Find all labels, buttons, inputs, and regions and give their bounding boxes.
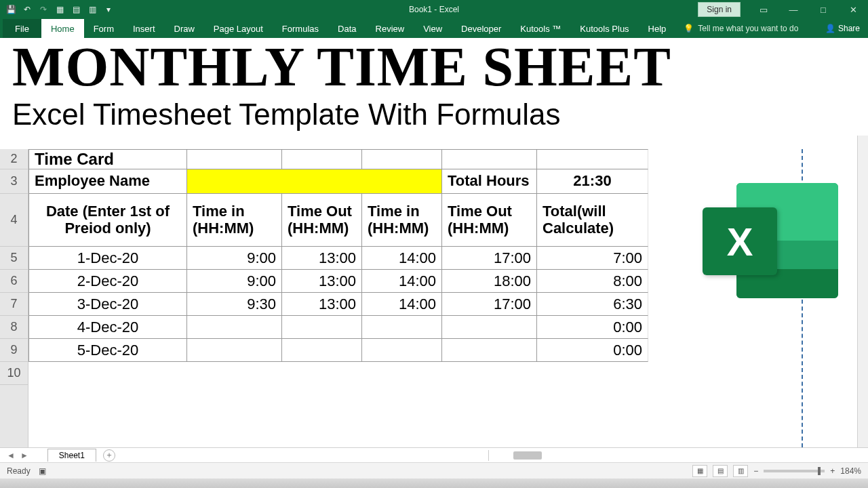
tab-view[interactable]: View [414,19,452,38]
share-button[interactable]: 👤 Share [825,24,860,33]
qat-icon-3[interactable]: ▥ [87,4,98,15]
tab-home[interactable]: Home [41,19,84,38]
cell-total-hours-value[interactable]: 21:30 [537,169,648,194]
tab-review[interactable]: Review [366,19,414,38]
cell-time-in-1[interactable]: 9:00 [187,247,282,270]
sheet-nav-prev-icon[interactable]: ◄ [7,451,15,460]
cell-total[interactable]: 0:00 [537,316,648,339]
tab-kutools-plus[interactable]: Kutools Plus [570,19,638,38]
cell-date[interactable]: 4-Dec-20 [28,316,187,339]
row-header-7[interactable]: 7 [0,293,28,316]
row-header-10[interactable]: 10 [0,362,28,385]
tab-page-layout[interactable]: Page Layout [204,19,273,38]
close-icon[interactable]: ✕ [838,0,868,19]
sheet-tab-1[interactable]: Sheet1 [47,449,96,462]
cell-employee-name-label[interactable]: Employee Name [28,169,187,194]
row-header-4[interactable]: 4 [0,194,28,247]
cell-time-in-2[interactable]: 14:00 [362,247,442,270]
header-time-out-1[interactable]: Time Out (HH:MM) [282,194,362,247]
zoom-in-button[interactable]: + [830,466,835,476]
cell-total[interactable]: 0:00 [537,339,648,362]
header-time-in-2[interactable]: Time in (HH:MM) [362,194,442,247]
cell[interactable] [282,149,362,169]
cell-time-out-1[interactable]: 13:00 [282,247,362,270]
cell-time-out-2[interactable] [442,339,537,362]
row-header-8[interactable]: 8 [0,316,28,339]
cell-employee-name-input[interactable] [187,169,442,194]
row-header-2[interactable]: 2 [0,149,28,169]
cell-total[interactable]: 6:30 [537,293,648,316]
tab-form[interactable]: Form [84,19,123,38]
qat-dropdown-icon[interactable]: ▾ [103,4,114,15]
save-icon[interactable]: 💾 [5,4,16,15]
tab-help[interactable]: Help [639,19,676,38]
zoom-slider[interactable] [764,470,825,472]
view-page-layout-icon[interactable]: ▤ [713,465,728,477]
tab-formulas[interactable]: Formulas [273,19,328,38]
row-header-3[interactable]: 3 [0,169,28,194]
tab-file[interactable]: File [3,19,41,38]
tab-draw[interactable]: Draw [165,19,204,38]
cell-time-out-2[interactable]: 18:00 [442,270,537,293]
cell-time-in-2[interactable] [362,316,442,339]
cell[interactable] [187,149,282,169]
cell-time-out-1[interactable] [282,316,362,339]
redo-icon[interactable]: ↷ [38,4,49,15]
row-header-6[interactable]: 6 [0,270,28,293]
cell-time-card[interactable]: Time Card [28,149,187,169]
header-total[interactable]: Total(will Calculate) [537,194,648,247]
cell-time-out-1[interactable]: 13:00 [282,293,362,316]
header-time-in-1[interactable]: Time in (HH:MM) [187,194,282,247]
cell-time-out-2[interactable]: 17:00 [442,247,537,270]
header-time-out-2[interactable]: Time Out (HH:MM) [442,194,537,247]
macro-record-icon[interactable]: ▣ [39,466,46,476]
cell-time-out-1[interactable] [282,339,362,362]
sheet-nav-next-icon[interactable]: ► [20,451,28,460]
zoom-value[interactable]: 184% [840,466,861,476]
tab-data[interactable]: Data [328,19,366,38]
signin-button[interactable]: Sign in [698,2,741,17]
undo-icon[interactable]: ↶ [22,4,33,15]
cell-time-in-2[interactable]: 14:00 [362,293,442,316]
tell-me-search[interactable]: 💡 Tell me what you want to do [684,19,798,38]
view-page-break-icon[interactable]: ▥ [733,465,748,477]
row-header-5[interactable]: 5 [0,247,28,270]
cell-date[interactable]: 3-Dec-20 [28,293,187,316]
tab-insert[interactable]: Insert [123,19,165,38]
minimize-icon[interactable]: — [778,0,808,19]
cell[interactable] [362,149,442,169]
zoom-out-button[interactable]: − [753,466,758,476]
view-controls: ▦ ▤ ▥ − + 184% [692,465,868,477]
cell-date[interactable]: 5-Dec-20 [28,339,187,362]
cell-time-in-1[interactable] [187,316,282,339]
row-header-9[interactable]: 9 [0,339,28,362]
view-normal-icon[interactable]: ▦ [692,465,707,477]
cell-time-in-1[interactable] [187,339,282,362]
cell-time-in-1[interactable]: 9:30 [187,293,282,316]
quick-access-toolbar: 💾 ↶ ↷ ▦ ▤ ▥ ▾ [0,4,114,15]
qat-icon-2[interactable]: ▤ [71,4,81,15]
cell-time-out-2[interactable]: 17:00 [442,293,537,316]
cell-time-out-2[interactable] [442,316,537,339]
cell-time-in-2[interactable]: 14:00 [362,270,442,293]
cell[interactable] [537,149,648,169]
cell-date[interactable]: 1-Dec-20 [28,247,187,270]
sheet-nav[interactable]: ◄ ► [0,451,35,460]
qat-icon-1[interactable]: ▦ [54,4,65,15]
horizontal-scrollbar[interactable] [488,450,868,461]
ribbon-options-icon[interactable]: ▭ [749,0,778,19]
cell-time-in-2[interactable] [362,339,442,362]
sheet-tab-bar: ◄ ► Sheet1 ＋ [0,447,868,462]
cell-date[interactable]: 2-Dec-20 [28,270,187,293]
tab-developer[interactable]: Developer [452,19,511,38]
cell-time-in-1[interactable]: 9:00 [187,270,282,293]
header-date[interactable]: Date (Enter 1st of Preiod only) [28,194,187,247]
tab-kutools[interactable]: Kutools ™ [511,19,570,38]
cell[interactable] [442,149,537,169]
cell-total[interactable]: 8:00 [537,270,648,293]
add-sheet-button[interactable]: ＋ [103,449,115,462]
cell-time-out-1[interactable]: 13:00 [282,270,362,293]
cell-total-hours-label[interactable]: Total Hours [442,169,537,194]
cell-total[interactable]: 7:00 [537,247,648,270]
maximize-icon[interactable]: □ [808,0,838,19]
